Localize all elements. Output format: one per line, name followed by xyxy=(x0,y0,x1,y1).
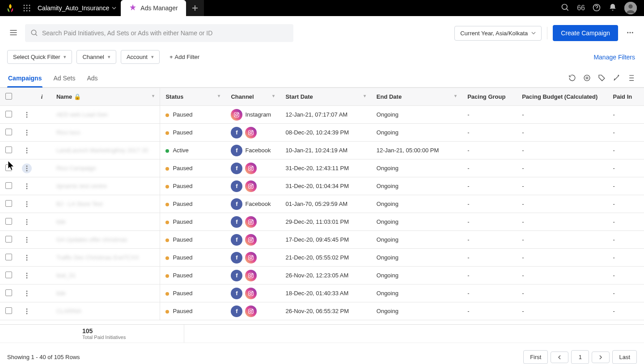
status-column-header[interactable]: Status▾ xyxy=(160,88,225,106)
campaign-name[interactable]: tide xyxy=(56,218,66,225)
row-checkbox[interactable] xyxy=(5,200,12,207)
pacing-budget-column-header[interactable]: Pacing Budget (Calculated) xyxy=(517,88,607,106)
settings-icon[interactable] xyxy=(583,74,591,83)
search-box[interactable] xyxy=(25,24,293,42)
add-tab-button[interactable] xyxy=(186,0,204,16)
refresh-icon[interactable] xyxy=(568,74,576,83)
facebook-icon: f xyxy=(231,234,242,246)
bell-icon[interactable] xyxy=(608,3,617,13)
start-date-column-header[interactable]: Start Date▾ xyxy=(280,88,371,106)
facebook-icon: f xyxy=(231,198,242,210)
active-tab-label: Ads Manager xyxy=(140,4,178,12)
campaign-name[interactable]: dynamic test centre xyxy=(56,183,107,189)
paid-cell: - xyxy=(608,177,644,195)
svg-point-23 xyxy=(236,113,238,116)
svg-point-59 xyxy=(250,238,252,241)
row-menu-button[interactable] xyxy=(22,128,32,138)
row-checkbox[interactable] xyxy=(5,254,12,260)
row-checkbox[interactable] xyxy=(5,218,12,225)
campaign-name[interactable]: tide xyxy=(56,290,66,297)
table-row: GA Updates offer christmasPausedf17-Dec-… xyxy=(0,231,644,249)
info-column-header[interactable]: i xyxy=(33,88,51,106)
date-range-selector[interactable]: Current Year, Asia/Kolkata xyxy=(454,26,542,41)
row-checkbox[interactable] xyxy=(5,272,12,278)
campaign-name[interactable]: Rico loco xyxy=(56,129,80,136)
select-all-checkbox[interactable] xyxy=(5,93,12,100)
totals-row: 105 Total Paid Initiatives xyxy=(0,324,644,343)
channel-filter-dropdown[interactable]: Channel ▾ xyxy=(76,50,116,64)
row-menu-button[interactable] xyxy=(22,163,32,173)
account-filter-dropdown[interactable]: Account ▾ xyxy=(121,50,160,64)
row-menu-button[interactable] xyxy=(22,235,32,245)
channel-label: Instagram xyxy=(245,111,271,118)
status-label: Paused xyxy=(173,308,192,314)
help-icon[interactable] xyxy=(592,3,601,13)
next-page-button[interactable] xyxy=(592,351,610,363)
campaign-name[interactable]: AED web Load Gen xyxy=(56,111,108,118)
page-number-input[interactable]: 1 xyxy=(571,350,589,364)
campaign-name[interactable]: Traffic Dec Christmas EveTCXX xyxy=(56,254,139,261)
tab-campaigns[interactable]: Campaigns xyxy=(7,70,42,87)
row-menu-button[interactable] xyxy=(22,289,32,298)
search-icon xyxy=(30,29,38,37)
tag-icon[interactable] xyxy=(598,74,606,83)
channel-cell: f xyxy=(225,159,280,177)
name-column-header[interactable]: Name 🔒▾ xyxy=(51,88,160,106)
svg-point-8 xyxy=(29,10,30,12)
tab-ad-sets[interactable]: Ad Sets xyxy=(52,70,76,87)
search-input[interactable] xyxy=(42,29,288,37)
quick-filter-dropdown[interactable]: Select Quick Filter ▾ xyxy=(7,50,72,64)
hamburger-icon[interactable] xyxy=(7,26,20,40)
instagram-icon xyxy=(245,288,257,299)
first-page-button[interactable]: First xyxy=(523,350,548,364)
prev-page-button[interactable] xyxy=(551,351,568,363)
manage-filters-link[interactable]: Manage Filters xyxy=(593,54,635,61)
start-date-cell: 18-Dec-20, 01:40:33 AM xyxy=(280,285,371,302)
end-date-column-header[interactable]: End Date▾ xyxy=(371,88,462,106)
row-menu-button[interactable] xyxy=(22,181,32,191)
row-menu-button[interactable] xyxy=(22,110,32,120)
row-checkbox[interactable] xyxy=(5,111,12,117)
row-menu-button[interactable] xyxy=(22,271,32,280)
tab-ads[interactable]: Ads xyxy=(86,70,99,87)
add-filter-button[interactable]: + Add Filter xyxy=(164,50,205,63)
row-checkbox[interactable] xyxy=(5,129,12,135)
magic-wand-icon[interactable] xyxy=(613,74,620,83)
campaign-name[interactable]: LandLaunch MarketingKey 2017 20 xyxy=(56,147,148,154)
instagram-icon xyxy=(245,127,257,138)
campaign-name[interactable]: GA Updates offer christmas xyxy=(56,236,127,243)
row-menu-button[interactable] xyxy=(22,146,32,155)
quote-count[interactable]: 66 xyxy=(577,4,585,12)
paid-column-header[interactable]: Paid In xyxy=(608,88,644,106)
campaign-name[interactable]: CLARINA xyxy=(56,308,81,314)
apps-grid-icon[interactable] xyxy=(21,2,33,14)
last-page-button[interactable]: Last xyxy=(612,350,637,364)
row-checkbox[interactable] xyxy=(5,164,12,171)
svg-point-60 xyxy=(252,238,253,238)
project-tab[interactable]: Calamity_Auto_Insurance xyxy=(33,0,121,16)
row-checkbox[interactable] xyxy=(5,289,12,296)
channel-column-header[interactable]: Channel▾ xyxy=(225,88,280,106)
search-icon[interactable] xyxy=(561,3,570,13)
svg-point-13 xyxy=(31,30,36,35)
more-actions-button[interactable] xyxy=(623,26,637,41)
row-menu-button[interactable] xyxy=(22,253,32,263)
active-app-tab[interactable]: Ads Manager xyxy=(121,0,186,16)
row-menu-button[interactable] xyxy=(22,199,32,209)
row-checkbox[interactable] xyxy=(5,146,12,153)
campaign-name[interactable]: Rico Campaign xyxy=(56,165,96,172)
row-checkbox[interactable] xyxy=(5,307,12,314)
row-checkbox[interactable] xyxy=(5,236,12,243)
row-menu-button[interactable] xyxy=(22,306,32,316)
campaign-name[interactable]: BJ - LA Store Test xyxy=(56,201,103,207)
chevron-down-icon: ▾ xyxy=(151,54,154,60)
row-menu-button[interactable] xyxy=(22,217,32,227)
pacing-group-column-header[interactable]: Pacing Group xyxy=(462,88,517,106)
channel-label: Facebook xyxy=(245,147,271,154)
user-avatar[interactable] xyxy=(624,2,637,14)
row-checkbox[interactable] xyxy=(5,182,12,189)
create-campaign-button[interactable]: Create Campaign xyxy=(553,25,618,41)
campaign-name[interactable]: teat_01 xyxy=(56,272,76,279)
columns-icon[interactable] xyxy=(627,74,635,83)
svg-point-75 xyxy=(26,295,27,296)
